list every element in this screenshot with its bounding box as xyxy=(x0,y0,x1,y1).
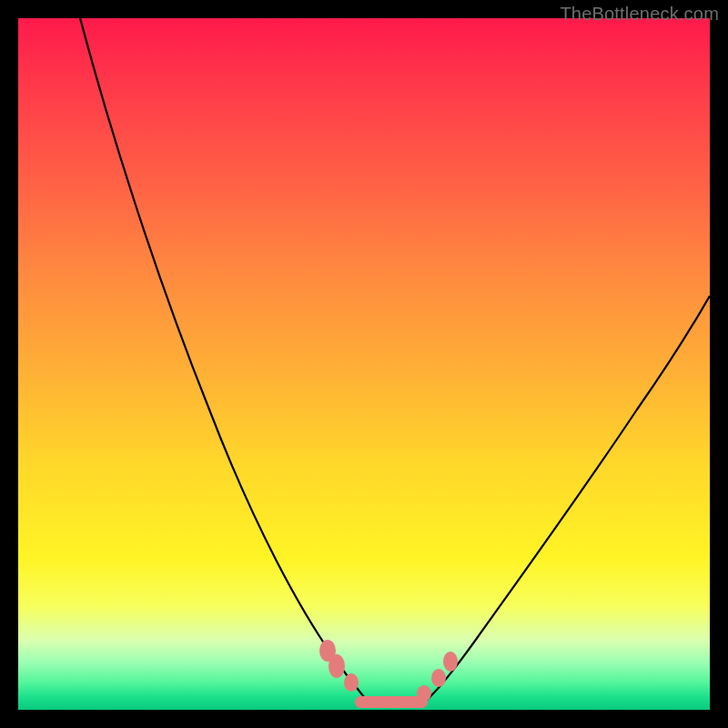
watermark-text: TheBottleneck.com xyxy=(560,4,719,25)
chart-plot-area xyxy=(18,18,710,710)
left-curve xyxy=(80,18,369,703)
blob-dot xyxy=(329,654,345,678)
blob-dot xyxy=(417,685,431,702)
blob-dot xyxy=(344,673,359,692)
bottom-blob-cluster xyxy=(319,640,458,708)
blob-dot xyxy=(431,669,446,687)
blob-dot xyxy=(443,652,458,672)
outer-frame: TheBottleneck.com xyxy=(0,0,728,728)
blob-bar xyxy=(355,696,428,708)
right-curve xyxy=(423,296,710,703)
chart-svg xyxy=(18,18,710,710)
